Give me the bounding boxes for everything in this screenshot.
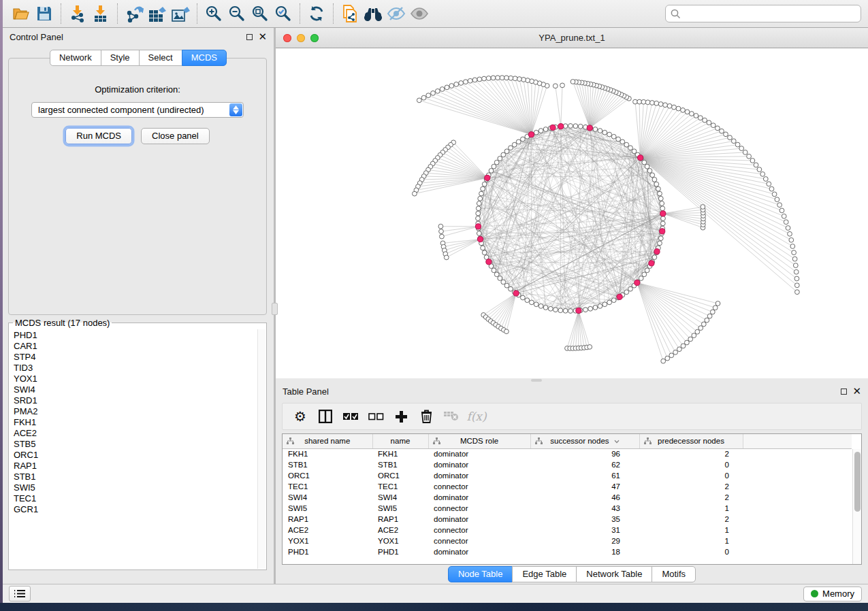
table-cell[interactable]: 0: [639, 459, 743, 470]
table-row[interactable]: ORC1ORC1dominator610: [283, 470, 852, 481]
run-mcds-button[interactable]: Run MCDS: [65, 128, 132, 144]
table-cell[interactable]: 61: [530, 470, 639, 481]
table-cell[interactable]: SWI4: [283, 492, 372, 503]
table-cell[interactable]: PHD1: [283, 546, 372, 557]
horizontal-splitter[interactable]: [276, 378, 868, 382]
mcds-result-item[interactable]: ACE2: [14, 428, 261, 439]
table-row[interactable]: YOX1YOX1connector291: [283, 535, 852, 546]
table-cell[interactable]: 29: [530, 535, 639, 546]
zoom-fit-icon[interactable]: [248, 3, 272, 24]
export-network-icon[interactable]: [123, 3, 146, 24]
table-cell[interactable]: SWI4: [372, 492, 428, 503]
table-row[interactable]: ACE2ACE2connector311: [283, 525, 852, 535]
mcds-result-item[interactable]: ORC1: [14, 450, 261, 461]
mcds-result-item[interactable]: SWI5: [14, 482, 261, 493]
table-cell[interactable]: 2: [639, 514, 743, 525]
table-tab-node-table[interactable]: Node Table: [448, 566, 513, 582]
table-row[interactable]: STB1STB1dominator620: [283, 459, 852, 470]
table-cell[interactable]: 1: [639, 503, 743, 514]
table-cell[interactable]: 18: [530, 546, 639, 557]
optimization-criterion-select[interactable]: largest connected component (undirected): [31, 102, 244, 118]
select-all-columns-icon[interactable]: [341, 406, 360, 427]
table-scrollbar[interactable]: [852, 449, 861, 564]
table-tab-edge-table[interactable]: Edge Table: [512, 566, 577, 582]
zoom-out-icon[interactable]: [225, 3, 248, 24]
mcds-result-item[interactable]: STB1: [14, 472, 261, 482]
table-cell[interactable]: SWI5: [372, 503, 428, 514]
window-minimize-icon[interactable]: [297, 34, 305, 42]
hide-selected-icon[interactable]: [385, 3, 408, 24]
column-header-mcds-role[interactable]: MCDS role: [428, 434, 530, 448]
close-panel-icon[interactable]: ✕: [852, 388, 861, 395]
mcds-result-item[interactable]: STB5: [14, 439, 261, 450]
table-cell[interactable]: ORC1: [372, 470, 428, 481]
node-table[interactable]: shared namenameMCDS rolesuccessor nodes …: [283, 434, 852, 557]
table-cell[interactable]: 46: [530, 492, 639, 503]
network-graph[interactable]: [276, 48, 867, 378]
window-zoom-icon[interactable]: [310, 34, 319, 42]
table-cell[interactable]: ACE2: [283, 525, 372, 535]
new-network-from-selection-icon[interactable]: [338, 3, 361, 24]
table-cell[interactable]: RAP1: [283, 514, 372, 525]
table-tab-motifs[interactable]: Motifs: [652, 566, 696, 582]
float-panel-icon[interactable]: [246, 34, 253, 40]
show-column-icon[interactable]: [316, 406, 335, 427]
splitter-grip[interactable]: [531, 379, 542, 382]
table-cell[interactable]: dominator: [428, 459, 530, 470]
zoom-selected-icon[interactable]: [272, 3, 295, 24]
float-panel-icon[interactable]: [841, 389, 847, 395]
table-cell[interactable]: 1: [639, 525, 743, 535]
table-cell[interactable]: 31: [530, 525, 639, 535]
network-canvas[interactable]: [276, 48, 868, 378]
function-builder-icon[interactable]: f(x): [467, 406, 486, 427]
save-session-icon[interactable]: [33, 3, 56, 24]
mcds-result-item[interactable]: PHD1: [14, 330, 261, 341]
delete-column-icon[interactable]: [417, 406, 436, 427]
mcds-result-item[interactable]: STP4: [14, 352, 261, 363]
table-row[interactable]: RAP1RAP1dominator352: [283, 514, 852, 525]
import-table-icon[interactable]: [89, 3, 112, 24]
refresh-view-icon[interactable]: [305, 3, 328, 24]
table-cell[interactable]: 0: [639, 470, 743, 481]
table-cell[interactable]: 0: [639, 546, 743, 557]
table-cell[interactable]: connector: [428, 535, 530, 546]
table-cell[interactable]: RAP1: [372, 514, 428, 525]
mcds-result-item[interactable]: PMA2: [14, 406, 261, 417]
column-header-name[interactable]: name: [372, 434, 428, 448]
mcds-result-item[interactable]: GCR1: [14, 504, 261, 515]
table-scrollbar-thumb[interactable]: [854, 452, 861, 512]
deselect-all-columns-icon[interactable]: [366, 406, 385, 427]
mcds-result-item[interactable]: YOX1: [14, 374, 261, 384]
table-row[interactable]: FKH1FKH1dominator962: [283, 448, 852, 459]
table-row[interactable]: TEC1TEC1connector472: [283, 481, 852, 492]
table-cell[interactable]: ORC1: [283, 470, 372, 481]
mcds-result-item[interactable]: CAR1: [14, 341, 261, 352]
export-image-icon[interactable]: [169, 3, 192, 24]
mcds-result-item[interactable]: SRD1: [14, 395, 261, 406]
table-cell[interactable]: FKH1: [372, 448, 428, 459]
table-cell[interactable]: 2: [639, 448, 743, 459]
table-cell[interactable]: dominator: [428, 546, 530, 557]
tab-style[interactable]: Style: [101, 50, 140, 66]
table-cell[interactable]: STB1: [283, 459, 372, 470]
table-options-icon[interactable]: ⚙: [291, 406, 310, 427]
mcds-result-item[interactable]: FKH1: [14, 417, 261, 428]
tab-select[interactable]: Select: [139, 50, 182, 66]
table-cell[interactable]: 96: [530, 448, 639, 459]
memory-button[interactable]: Memory: [803, 587, 862, 601]
table-row[interactable]: SWI4SWI4dominator462: [283, 492, 852, 503]
table-cell[interactable]: dominator: [428, 514, 530, 525]
table-row[interactable]: SWI5SWI5connector431: [283, 503, 852, 514]
table-cell[interactable]: connector: [428, 503, 530, 514]
table-cell[interactable]: TEC1: [283, 481, 372, 492]
table-cell[interactable]: STB1: [372, 459, 428, 470]
close-panel-button[interactable]: Close panel: [141, 128, 210, 144]
table-cell[interactable]: 62: [530, 459, 639, 470]
show-all-icon[interactable]: [408, 3, 431, 24]
column-header-shared-name[interactable]: shared name: [283, 434, 372, 448]
task-history-button[interactable]: [9, 586, 31, 601]
table-cell[interactable]: dominator: [428, 448, 530, 459]
mcds-result-item[interactable]: TID3: [14, 363, 261, 374]
column-header-predecessor-nodes[interactable]: predecessor nodes: [639, 434, 743, 448]
table-cell[interactable]: TEC1: [372, 481, 428, 492]
